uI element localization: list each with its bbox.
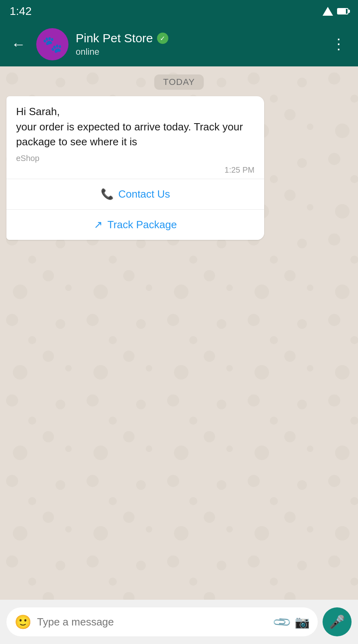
message-input[interactable] bbox=[37, 616, 269, 628]
message-bubble: Hi Sarah,your order is expected to arriv… bbox=[6, 96, 264, 240]
status-time: 1:42 bbox=[10, 5, 32, 18]
contact-status: online bbox=[76, 47, 321, 57]
contact-name-row: Pink Pet Store ✓ bbox=[76, 31, 321, 45]
date-badge-container: TODAY bbox=[0, 66, 358, 96]
message-time: 1:25 PM bbox=[6, 165, 264, 179]
back-button[interactable]: ← bbox=[8, 33, 29, 56]
mic-icon: 🎤 bbox=[329, 614, 345, 630]
contact-info: Pink Pet Store ✓ online bbox=[76, 31, 321, 57]
contact-name: Pink Pet Store bbox=[76, 31, 153, 45]
input-bar: 🙂 📎 📷 🎤 bbox=[0, 600, 358, 644]
external-link-icon: ↗ bbox=[94, 219, 103, 231]
battery-icon bbox=[337, 8, 348, 14]
contact-us-button[interactable]: 📞 Contact Us bbox=[6, 179, 264, 209]
message-source: eShop bbox=[6, 153, 264, 165]
svg-marker-0 bbox=[323, 7, 333, 16]
message-text: Hi Sarah,your order is expected to arriv… bbox=[6, 96, 264, 153]
emoji-button[interactable]: 🙂 bbox=[14, 614, 31, 630]
input-wrapper: 🙂 📎 📷 bbox=[6, 607, 318, 636]
menu-button[interactable]: ⋮ bbox=[328, 37, 350, 52]
chat-area: TODAY Hi Sarah,your order is expected to… bbox=[0, 66, 358, 600]
signal-icon bbox=[323, 7, 333, 16]
verified-badge: ✓ bbox=[157, 33, 168, 44]
status-icons bbox=[323, 7, 348, 16]
attach-button[interactable]: 📎 bbox=[271, 612, 292, 632]
mic-button[interactable]: 🎤 bbox=[323, 607, 352, 636]
status-bar: 1:42 bbox=[0, 0, 358, 22]
date-badge: TODAY bbox=[154, 74, 204, 90]
chat-header: ← 🐾 Pink Pet Store ✓ online ⋮ bbox=[0, 22, 358, 66]
message-container: Hi Sarah,your order is expected to arriv… bbox=[0, 96, 358, 246]
camera-button[interactable]: 📷 bbox=[295, 615, 310, 629]
contact-avatar: 🐾 bbox=[36, 28, 68, 60]
phone-icon: 📞 bbox=[101, 188, 114, 200]
track-package-button[interactable]: ↗ Track Package bbox=[6, 210, 264, 240]
paw-icon: 🐾 bbox=[42, 35, 62, 54]
